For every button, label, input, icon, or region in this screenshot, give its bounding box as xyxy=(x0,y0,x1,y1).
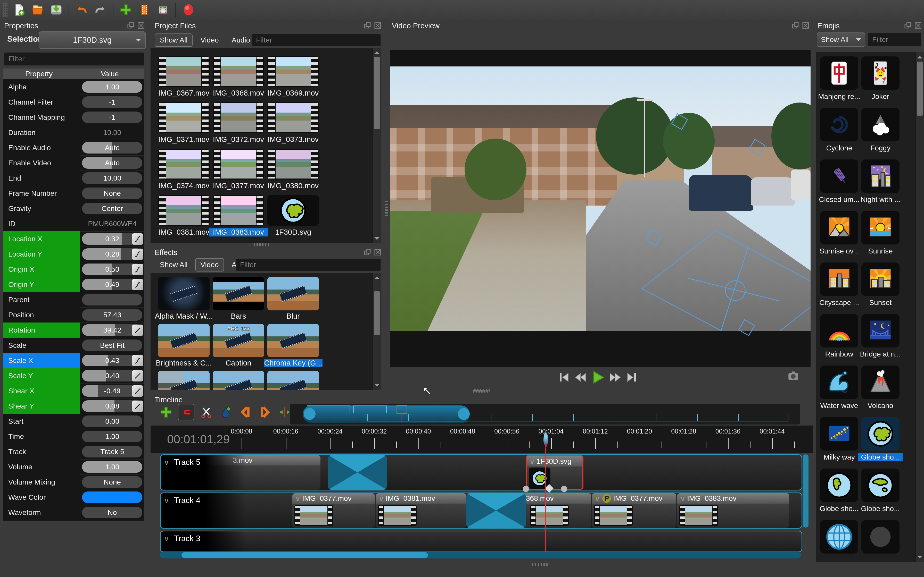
property-value[interactable]: -1 xyxy=(80,110,144,125)
property-value[interactable]: 39.42 xyxy=(80,322,144,338)
previous-marker-icon[interactable] xyxy=(238,405,253,420)
transition-clip[interactable] xyxy=(328,455,387,490)
emoji-sunrise[interactable] xyxy=(861,211,900,245)
property-value[interactable]: 0.40 xyxy=(80,368,144,383)
float-panel-icon[interactable] xyxy=(127,22,134,29)
effects-scrollbar[interactable] xyxy=(373,273,381,390)
file-thumbnail[interactable] xyxy=(213,56,264,87)
emoji-globe-europe-africa[interactable] xyxy=(861,417,900,451)
keyframe-dot[interactable] xyxy=(561,486,567,492)
transition-clip[interactable] xyxy=(466,493,526,528)
export-video-icon[interactable] xyxy=(181,2,196,17)
property-row[interactable]: Start 0.00 xyxy=(3,414,144,429)
emoji-joker-card[interactable]: Jr xyxy=(861,56,900,90)
emoji-rainbow[interactable] xyxy=(820,314,858,348)
property-value[interactable]: No xyxy=(80,505,144,520)
title-icon[interactable] xyxy=(137,2,152,17)
property-value[interactable]: 10.00 xyxy=(80,171,144,186)
effect-thumbnail[interactable] xyxy=(213,277,264,310)
file-name[interactable]: IMG_0367.mov xyxy=(154,89,213,97)
property-value[interactable]: None xyxy=(80,474,144,490)
properties-filter-input[interactable] xyxy=(4,53,144,65)
property-value[interactable]: -1 xyxy=(80,95,144,110)
keyframe-linear-icon[interactable] xyxy=(132,401,143,412)
keyframe-curve-icon[interactable] xyxy=(132,234,143,245)
snapping-icon[interactable] xyxy=(178,404,194,421)
property-row[interactable]: Shear X -0.49 xyxy=(3,383,144,399)
property-column-header[interactable]: Property xyxy=(3,69,75,79)
effects-filter-input[interactable] xyxy=(236,259,381,271)
property-row[interactable]: Shear Y 0.08 xyxy=(3,398,144,414)
effect-name[interactable]: Bars xyxy=(209,312,268,321)
filter-button-video[interactable]: Video xyxy=(195,34,224,47)
video-preview-stage[interactable] xyxy=(390,50,811,367)
emoji-milky-way[interactable] xyxy=(820,417,858,451)
property-value[interactable]: 57.43 xyxy=(80,307,144,322)
file-thumbnail[interactable] xyxy=(158,56,210,87)
splitter-handle[interactable] xyxy=(254,243,270,246)
property-row[interactable]: Location Y 0.28 xyxy=(3,247,144,262)
close-panel-icon[interactable] xyxy=(374,248,381,256)
emoji-water-wave[interactable] xyxy=(820,366,858,399)
timeline-hscrollbar[interactable] xyxy=(160,552,801,558)
keyframe-dot[interactable] xyxy=(523,486,529,492)
splitter-handle[interactable] xyxy=(385,201,388,218)
property-value[interactable]: Best Fit xyxy=(80,338,144,353)
property-value[interactable]: 0.32 xyxy=(80,231,144,247)
property-row[interactable]: Volume Mixing None xyxy=(3,474,144,490)
play-icon[interactable] xyxy=(591,371,605,385)
file-thumbnail[interactable] xyxy=(158,148,210,179)
snapshot-camera-icon[interactable] xyxy=(787,369,800,383)
property-value[interactable]: 0.50 xyxy=(80,262,144,277)
property-row[interactable]: Enable Audio Auto xyxy=(3,140,144,156)
timeline-clip[interactable]: ∨IMG_0381.mov xyxy=(376,493,466,528)
scroll-down-icon[interactable] xyxy=(374,384,380,389)
emoji-sunset[interactable] xyxy=(861,263,900,296)
selection-dropdown[interactable]: 1F30D.svg xyxy=(39,31,146,49)
property-value[interactable]: 0.49 xyxy=(80,277,144,292)
file-name[interactable]: IMG_0371.mov xyxy=(154,135,213,144)
filter-button-audio[interactable]: Audio xyxy=(227,34,255,47)
filter-button-show-all[interactable]: Show All xyxy=(155,34,192,47)
property-row[interactable]: Scale Y 0.40 xyxy=(3,368,144,384)
timeline-vscrollbar[interactable] xyxy=(803,455,809,527)
emoji-globe-with-meridians[interactable] xyxy=(820,520,858,554)
profile-icon[interactable] xyxy=(155,2,170,17)
file-thumbnail[interactable] xyxy=(267,56,319,87)
effect-name[interactable]: Alpha Mask / W... xyxy=(154,312,213,321)
toolbar-grip-handle[interactable] xyxy=(3,3,8,17)
scrollbar-thumb[interactable] xyxy=(917,61,923,116)
razor-icon[interactable] xyxy=(199,405,214,420)
property-value[interactable]: 10.00 xyxy=(80,125,144,140)
property-row[interactable]: Origin Y 0.49 xyxy=(3,277,144,292)
emoji-scrollbar[interactable] xyxy=(916,52,924,562)
emoji-globe-asia-australia[interactable] xyxy=(861,469,900,502)
property-value[interactable]: 0.08 xyxy=(80,398,144,414)
file-name[interactable]: 1F30D.svg xyxy=(264,228,323,237)
close-panel-icon[interactable] xyxy=(137,22,145,29)
timeline-clip[interactable]: ∨IMG_0377.mov xyxy=(292,493,375,528)
property-value[interactable] xyxy=(80,490,144,505)
timeline-zoom-widget[interactable] xyxy=(290,404,800,424)
file-thumbnail[interactable] xyxy=(267,102,319,133)
float-panel-icon[interactable] xyxy=(363,248,371,256)
property-value[interactable]: PMUB600WE4 xyxy=(80,216,144,231)
property-value[interactable]: None xyxy=(80,186,144,201)
next-marker-icon[interactable] xyxy=(257,405,273,420)
property-value[interactable]: Center xyxy=(80,201,144,216)
jump-end-icon[interactable] xyxy=(625,371,638,385)
property-row[interactable]: Waveform No xyxy=(3,505,144,521)
emoji-foggy[interactable] xyxy=(861,108,900,142)
save-project-icon[interactable] xyxy=(49,2,64,17)
timeline-track[interactable]: ∨IMG_0377.mov ∨IMG_0381.mov ∨IMG_0368.mo… xyxy=(160,493,802,529)
float-panel-icon[interactable] xyxy=(792,22,799,29)
property-row[interactable]: Channel Filter -1 xyxy=(3,95,144,110)
property-row[interactable]: Time 1.00 xyxy=(3,429,144,444)
property-row[interactable]: Volume 1.00 xyxy=(3,459,144,475)
project-files-scrollbar[interactable] xyxy=(373,48,381,243)
property-row[interactable]: Scale Best Fit xyxy=(3,338,144,353)
property-row[interactable]: ID PMUB600WE4 xyxy=(3,216,144,232)
property-row[interactable]: Origin X 0.50 xyxy=(3,262,144,277)
import-files-icon[interactable] xyxy=(118,2,133,17)
file-name[interactable]: IMG_0380.mov xyxy=(264,182,323,190)
